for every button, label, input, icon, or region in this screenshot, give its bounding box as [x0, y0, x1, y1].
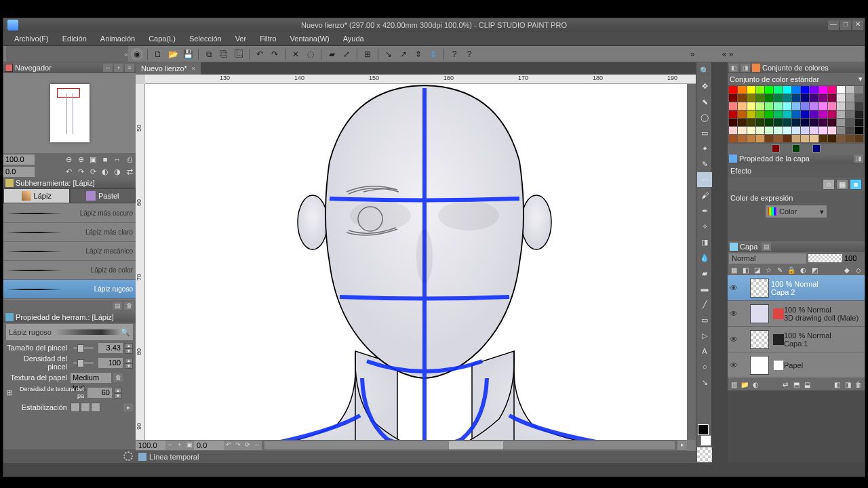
palette-swatch[interactable]	[819, 102, 827, 110]
draft-icon[interactable]: ✎	[775, 266, 785, 274]
palette-swatch[interactable]	[792, 86, 800, 94]
palette-swatch[interactable]	[729, 86, 737, 94]
colorset-tab2[interactable]: ◨	[741, 64, 750, 72]
palette-swatch[interactable]	[765, 102, 773, 110]
selcolor-1[interactable]	[772, 144, 780, 152]
subtool-tab-pastel[interactable]: Pastel	[70, 188, 136, 203]
palette-swatch[interactable]	[801, 110, 809, 118]
palette-swatch[interactable]	[765, 135, 773, 142]
palette-swatch[interactable]	[756, 135, 764, 142]
palette-swatch[interactable]	[792, 135, 800, 142]
snap4-icon[interactable]: ⇕	[427, 48, 439, 60]
lock-pixel-icon[interactable]: ◧	[741, 266, 750, 274]
nav-hbtn3[interactable]: ≡	[125, 64, 134, 72]
palette-swatch[interactable]	[846, 135, 854, 142]
colorset-menu-icon[interactable]: ▾	[859, 75, 863, 83]
palette-swatch[interactable]	[747, 135, 755, 142]
palette-swatch[interactable]	[801, 102, 809, 110]
palette-swatch[interactable]	[828, 102, 836, 110]
nav-b-icon[interactable]: ◑	[111, 166, 123, 177]
canvas[interactable]	[145, 84, 687, 440]
palette-swatch[interactable]	[783, 110, 791, 118]
status-zoom[interactable]: 100.0	[136, 441, 165, 450]
scale-icon[interactable]: ⤢	[340, 48, 353, 60]
delete-layer-icon[interactable]: 🗑	[854, 380, 863, 389]
palette-swatch[interactable]	[792, 119, 800, 126]
palette-swatch[interactable]	[819, 119, 827, 126]
nav-c-icon[interactable]: ⇄	[123, 166, 136, 177]
nav-reset-icon[interactable]: ⟳	[87, 166, 99, 177]
density-spinner[interactable]: ▲▼	[125, 358, 133, 368]
tool-frame-icon[interactable]: ▭	[697, 312, 712, 327]
palette-swatch[interactable]	[774, 102, 782, 110]
dock-collapse-left[interactable]: «	[6, 46, 128, 62]
nav-hbtn1[interactable]: ↔	[103, 64, 113, 72]
subtool-item[interactable]: Lápiz rugoso	[3, 280, 136, 299]
selcolor-2[interactable]	[792, 144, 800, 152]
menu-selection[interactable]: Selección	[182, 33, 229, 45]
tool-lasso-icon[interactable]: ◯	[697, 110, 712, 125]
merge-icon[interactable]: ⬒	[791, 380, 801, 389]
visibility-icon[interactable]: 👁	[728, 361, 740, 370]
menu-animation[interactable]: Animación	[94, 33, 142, 45]
palette-swatch[interactable]	[774, 135, 782, 142]
palette-swatch[interactable]	[756, 102, 764, 110]
palette-swatch[interactable]	[756, 86, 764, 94]
palette-swatch[interactable]	[792, 127, 800, 134]
palette-swatch[interactable]	[837, 102, 845, 110]
clip-icon[interactable]: ◪	[752, 266, 762, 274]
palette-swatch[interactable]	[855, 86, 863, 94]
lock-alpha-icon[interactable]: ▦	[729, 266, 738, 274]
palette-swatch[interactable]	[729, 102, 737, 110]
tool-brush-icon[interactable]: 🖌	[697, 188, 712, 203]
palette-swatch[interactable]	[774, 127, 782, 134]
zoom-out-icon[interactable]: −	[165, 441, 175, 450]
palette-swatch[interactable]	[756, 127, 764, 134]
texture-value[interactable]: Medium text...	[71, 373, 111, 383]
menu-filter[interactable]: Filtro	[253, 33, 283, 45]
palette-swatch[interactable]	[774, 94, 782, 102]
palette-swatch[interactable]	[855, 119, 863, 126]
palette-swatch[interactable]	[846, 86, 854, 94]
nav-100-icon[interactable]: ■	[99, 154, 111, 165]
fill-icon[interactable]: ▰	[326, 48, 338, 60]
new-correction-icon[interactable]: ◐	[751, 380, 760, 389]
palette-swatch[interactable]	[801, 135, 809, 142]
brush-size-slider[interactable]	[73, 347, 94, 349]
new-icon[interactable]: 🗋	[152, 48, 164, 60]
palette-swatch[interactable]	[855, 110, 863, 118]
palette-swatch[interactable]	[738, 94, 746, 102]
zoom-in-icon[interactable]: +	[175, 441, 184, 450]
brush-size-spinner[interactable]: ▲▼	[125, 343, 133, 353]
subtool-item[interactable]: Lápiz más oscuro	[3, 204, 136, 223]
density-slider[interactable]	[73, 362, 94, 364]
palette-swatch[interactable]	[765, 127, 773, 134]
palette-swatch[interactable]	[810, 119, 818, 126]
combine-icon[interactable]: ⬓	[802, 380, 812, 389]
colorset-tab1[interactable]: ◧	[729, 64, 738, 72]
palette-swatch[interactable]	[783, 127, 791, 134]
palette-swatch[interactable]	[765, 86, 773, 94]
palette-swatch[interactable]	[792, 110, 800, 118]
tool-deco-icon[interactable]: ✧	[697, 219, 712, 234]
tool-move-icon[interactable]: ✥	[697, 79, 712, 94]
texdens-value[interactable]: 60	[87, 388, 112, 398]
palette-swatch[interactable]	[828, 119, 836, 126]
save-icon[interactable]: 💾	[182, 48, 194, 60]
snap-icon[interactable]: ↘	[382, 48, 395, 60]
menu-view[interactable]: Ver	[229, 33, 254, 45]
palette-swatch[interactable]	[792, 102, 800, 110]
dock-collapse-right-icon[interactable]: »	[686, 48, 698, 60]
palette-swatch[interactable]	[756, 110, 764, 118]
layers-tab2[interactable]: ▤	[762, 243, 771, 251]
tool-pencil-icon[interactable]: ✏	[697, 172, 712, 187]
tool-fill-icon[interactable]: ▰	[697, 266, 712, 281]
tool-balloon-icon[interactable]: ○	[697, 359, 712, 374]
palette-swatch[interactable]	[765, 94, 773, 102]
palette-swatch[interactable]	[810, 127, 818, 134]
opacity-value[interactable]: 100	[844, 254, 863, 262]
nav-print-icon[interactable]: ⎙	[123, 154, 136, 165]
palette-swatch[interactable]	[837, 119, 845, 126]
mask-new-icon[interactable]: ◧	[832, 380, 842, 389]
selcolor-3[interactable]	[812, 144, 821, 152]
